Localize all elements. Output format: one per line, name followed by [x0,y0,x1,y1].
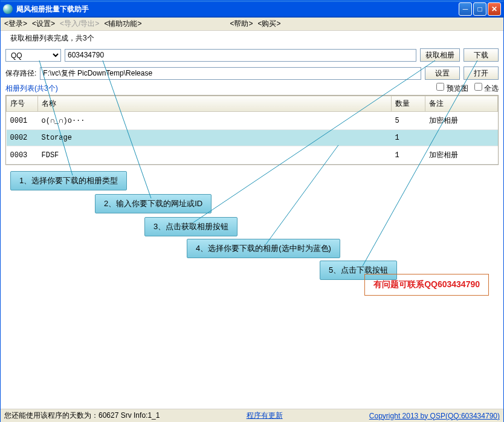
col-num[interactable]: 序号 [7,96,38,112]
cell-remark: 加密相册 [425,146,498,164]
col-remark[interactable]: 备注 [425,96,498,112]
copyright-link[interactable]: Copyright 2013 by QSP(QQ:603434790) [369,412,500,420]
source-dropdown[interactable]: QQ [5,49,61,62]
table-row[interactable]: 0002Storage1 [7,130,498,146]
menubar: <登录> <设置> <导入/导出> <辅助功能> <帮助> <购买> [1,18,503,31]
select-all-checkbox[interactable]: 全选 [474,83,499,94]
cell-remark [425,130,498,146]
minimize-button[interactable]: ─ [459,2,472,16]
callout-3: 3、点击获取相册按钮 [144,217,237,236]
status-left: 您还能使用该程序的天数为：60627 Srv Info:1_1 [4,411,160,421]
contact-info: 有问题可联系QQ603434790 [364,274,489,296]
album-list-label: 相册列表(共3个) [1,82,63,95]
cell-name: FDSF [38,146,392,164]
callout-2: 2、输入你要下载的网址或ID [95,194,212,213]
cell-remark: 加密相册 [425,112,498,130]
app-icon [3,4,13,14]
cell-name: o(∩_∩)o··· [38,112,392,130]
table-row[interactable]: 0003FDSF1加密相册 [7,146,498,164]
statusbar: 您还能使用该程序的天数为：60627 Srv Info:1_1 程序有更新 Co… [1,409,503,422]
cell-name: Storage [38,130,392,146]
window-title: 飓风相册批量下载助手 [16,4,459,15]
download-button[interactable]: 下载 [464,48,499,62]
callouts-area: 1、选择你要下载的相册类型 2、输入你要下载的网址或ID 3、点击获取相册按钮 … [5,165,499,298]
callout-1: 1、选择你要下载的相册类型 [10,171,127,190]
cell-count: 1 [392,146,425,164]
cell-num: 0003 [7,146,38,164]
update-link[interactable]: 程序有更新 [247,411,283,420]
menu-help[interactable]: <帮助> [230,19,253,29]
close-button[interactable]: ✕ [488,2,501,16]
menu-import-export[interactable]: <导入/导出> [60,19,99,29]
table-row[interactable]: 0001o(∩_∩)o···5加密相册 [7,112,498,130]
menu-login[interactable]: <登录> [4,19,27,29]
menu-settings[interactable]: <设置> [32,19,55,29]
maximize-button[interactable]: □ [473,2,486,16]
col-name[interactable]: 名称 [38,96,392,112]
cell-count: 5 [392,112,425,130]
open-button[interactable]: 打开 [464,67,499,80]
preview-checkbox[interactable]: 预览图 [436,83,468,94]
titlebar: 飓风相册批量下载助手 ─ □ ✕ [1,1,503,18]
get-album-button[interactable]: 获取相册 [420,48,460,62]
col-count[interactable]: 数量 [392,96,425,112]
cell-count: 1 [392,130,425,146]
settings-button[interactable]: 设置 [425,67,460,80]
save-path-label: 保存路径: [5,68,36,79]
menu-buy[interactable]: <购买> [257,19,280,29]
id-input[interactable] [65,49,416,62]
album-table: 序号 名称 数量 备注 0001o(∩_∩)o···5加密相册0002Stora… [5,95,499,165]
cell-num: 0001 [7,112,38,130]
menu-aux[interactable]: <辅助功能> [104,19,141,29]
status-line: 获取相册列表完成，共3个 [1,31,503,46]
callout-4: 4、选择你要下载的相册(选中时为蓝色) [187,239,340,258]
save-path-input[interactable] [40,67,421,80]
cell-num: 0002 [7,130,38,146]
